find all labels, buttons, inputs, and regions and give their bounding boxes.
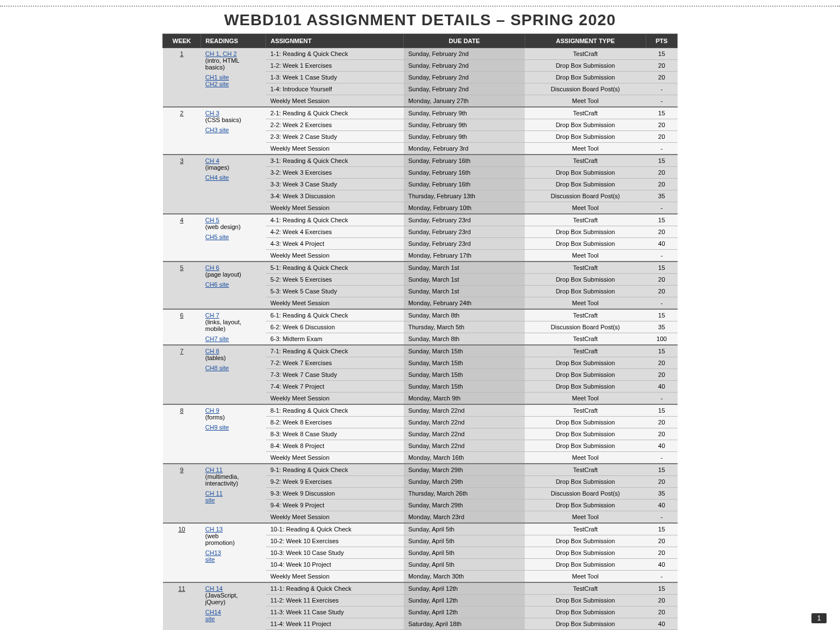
week-number-link[interactable]: 9 [180, 466, 183, 473]
chapter-link[interactable]: CH 5 [206, 217, 262, 223]
due-date-cell: Monday, March 9th [404, 393, 525, 405]
table-row: 9CH 11(multimedia,interactivity)CH 11sit… [163, 464, 678, 476]
col-type: ASSIGNMENT TYPE [525, 34, 646, 48]
assignment-cell: Weekly Meet Session [266, 393, 404, 405]
chapter-site-link[interactable]: CH7 site [206, 335, 262, 342]
points-cell: 20 [646, 131, 677, 143]
due-date-cell: Sunday, February 2nd [404, 60, 525, 72]
points-cell: 20 [646, 547, 677, 559]
week-number-link[interactable]: 2 [180, 110, 183, 116]
points-cell: 15 [646, 309, 677, 321]
due-date-cell: Sunday, February 16th [404, 155, 525, 167]
readings-text: (images) [206, 164, 262, 171]
week-number-link[interactable]: 4 [180, 217, 183, 223]
points-cell: 15 [646, 214, 677, 226]
assignment-cell: 3-4: Week 3 Discussion [266, 190, 404, 202]
points-cell: - [646, 393, 677, 405]
chapter-site-link[interactable]: CH8 site [206, 365, 262, 371]
points-cell: 15 [646, 582, 677, 595]
chapter-link[interactable]: CH 3 [206, 110, 262, 116]
assignment-type-cell: Drop Box Submission [525, 428, 646, 440]
table-row: 6CH 7(links, layout,mobile)CH7 site6-1: … [163, 309, 678, 321]
assignment-type-cell: Meet Tool [525, 511, 646, 524]
chapter-site-link[interactable]: CH14 [206, 609, 262, 615]
week-number-link[interactable]: 8 [180, 407, 183, 414]
points-cell: 20 [646, 476, 677, 488]
table-row: 5CH 6(page layout)CH6 site5-1: Reading &… [163, 262, 678, 274]
readings-text: (web design) [206, 223, 262, 230]
chapter-link[interactable]: CH 8 [206, 348, 262, 354]
table-row: 4CH 5(web design)CH5 site4-1: Reading & … [163, 214, 678, 226]
assignment-type-cell: Drop Box Submission [525, 476, 646, 488]
points-cell: 35 [646, 190, 677, 202]
chapter-link[interactable]: CH 11 [206, 466, 262, 473]
chapter-site-link[interactable]: CH 11 [206, 490, 262, 497]
chapter-link[interactable]: CH 13 [206, 526, 262, 533]
chapter-site-link[interactable]: CH4 site [206, 174, 262, 181]
chapter-site-link[interactable]: site [206, 556, 262, 563]
week-number-link[interactable]: 5 [180, 264, 183, 271]
due-date-cell: Sunday, March 15th [404, 381, 525, 393]
week-number-link[interactable]: 6 [180, 312, 183, 319]
points-cell: 20 [646, 179, 677, 190]
readings-cell: CH 1, CH 2(intro, HTMLbasics)CH1 siteCH2… [201, 48, 266, 108]
chapter-site-link[interactable]: CH1 site [206, 74, 262, 81]
chapter-site-link[interactable]: CH9 site [206, 424, 262, 431]
assignment-cell: 5-2: Week 5 Exercises [266, 274, 404, 286]
points-cell: 20 [646, 535, 677, 547]
chapter-site-link[interactable]: site [206, 615, 262, 622]
due-date-cell: Monday, February 10th [404, 202, 525, 214]
points-cell: 20 [646, 369, 677, 381]
chapter-site-link[interactable]: CH3 site [206, 127, 262, 133]
assignment-type-cell: Meet Tool [525, 143, 646, 155]
assignment-type-cell: TestCraft [525, 262, 646, 274]
due-date-cell: Sunday, March 1st [404, 286, 525, 297]
assignment-type-cell: Drop Box Submission [525, 595, 646, 606]
due-date-cell: Sunday, March 8th [404, 333, 525, 346]
points-cell: 35 [646, 321, 677, 333]
points-cell: 20 [646, 72, 677, 83]
chapter-site-link[interactable]: CH6 site [206, 281, 262, 288]
readings-cell: CH 3(CSS basics)CH3 site [201, 107, 266, 155]
readings-text: (JavaScript, [206, 592, 262, 599]
week-number-link[interactable]: 10 [178, 526, 185, 533]
week-number-link[interactable]: 3 [180, 157, 183, 164]
assignment-cell: 1-1: Reading & Quick Check [266, 48, 404, 60]
chapter-site-link[interactable]: CH5 site [206, 234, 262, 240]
assignment-cell: 9-3: Week 9 Discussion [266, 488, 404, 500]
readings-cell: CH 8(tables)CH8 site [201, 345, 266, 404]
chapter-link[interactable]: CH 14 [206, 585, 262, 592]
due-date-cell: Sunday, February 2nd [404, 72, 525, 83]
assignment-type-cell: Discussion Board Post(s) [525, 190, 646, 202]
assignment-cell: 7-2: Week 7 Exercises [266, 357, 404, 369]
due-date-cell: Sunday, March 1st [404, 262, 525, 274]
assignment-type-cell: Drop Box Submission [525, 500, 646, 511]
chapter-site-link[interactable]: site [206, 497, 262, 503]
week-number-link[interactable]: 11 [178, 585, 185, 592]
readings-cell: CH 9(forms)CH9 site [201, 404, 266, 464]
assignment-cell: 8-4: Week 8 Project [266, 440, 404, 452]
assignment-cell: 8-3: Week 8 Case Study [266, 428, 404, 440]
chapter-site-link[interactable]: CH13 [206, 549, 262, 556]
chapter-link[interactable]: CH 4 [206, 157, 262, 164]
assignment-type-cell: Drop Box Submission [525, 119, 646, 131]
chapter-link[interactable]: CH 7 [206, 312, 262, 319]
assignment-type-cell: Meet Tool [525, 95, 646, 108]
readings-text: (web [206, 533, 262, 539]
points-cell: 15 [646, 345, 677, 357]
assignment-cell: 10-1: Reading & Quick Check [266, 523, 404, 535]
due-date-cell: Sunday, March 1st [404, 274, 525, 286]
chapter-link[interactable]: CH 6 [206, 264, 262, 271]
readings-cell: CH 13(webpromotion)CH13site [201, 523, 266, 582]
due-date-cell: Sunday, February 16th [404, 167, 525, 179]
col-due: DUE DATE [404, 34, 525, 48]
chapter-site-link[interactable]: CH2 site [206, 81, 262, 87]
due-date-cell: Sunday, February 23rd [404, 214, 525, 226]
readings-text: basics) [206, 64, 262, 71]
chapter-link[interactable]: CH 1, CH 2 [206, 50, 262, 57]
due-date-cell: Sunday, March 15th [404, 369, 525, 381]
week-number-link[interactable]: 1 [180, 50, 183, 57]
due-date-cell: Sunday, February 9th [404, 119, 525, 131]
week-number-link[interactable]: 7 [180, 348, 183, 354]
chapter-link[interactable]: CH 9 [206, 407, 262, 414]
